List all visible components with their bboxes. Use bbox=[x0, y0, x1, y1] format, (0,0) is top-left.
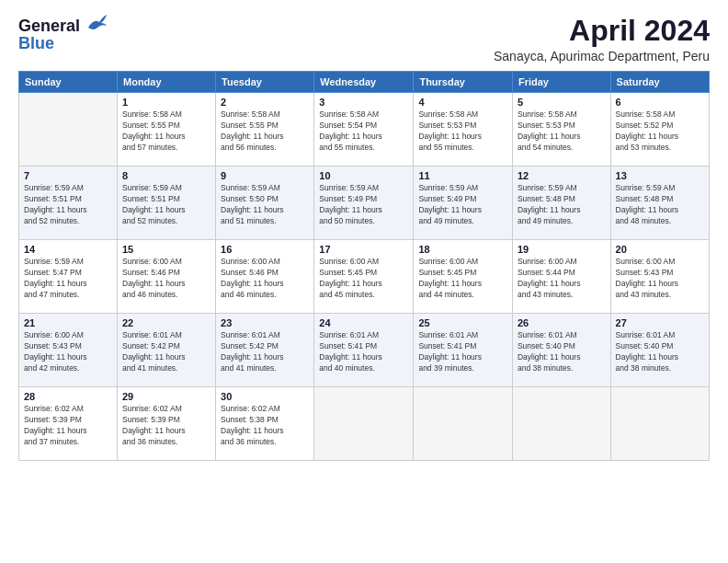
day-number: 7 bbox=[24, 170, 112, 181]
day-info: Sunrise: 5:59 AMSunset: 5:51 PMDaylight:… bbox=[122, 183, 210, 227]
day-info: Sunrise: 6:01 AMSunset: 5:42 PMDaylight:… bbox=[221, 330, 309, 374]
table-row: 3Sunrise: 5:58 AMSunset: 5:54 PMDaylight… bbox=[314, 93, 414, 167]
day-info: Sunrise: 6:00 AMSunset: 5:46 PMDaylight:… bbox=[221, 257, 309, 301]
day-number: 9 bbox=[221, 170, 309, 181]
table-row: 6Sunrise: 5:58 AMSunset: 5:52 PMDaylight… bbox=[610, 93, 709, 167]
calendar-week-row: 1Sunrise: 5:58 AMSunset: 5:55 PMDaylight… bbox=[19, 93, 710, 167]
day-info: Sunrise: 5:58 AMSunset: 5:55 PMDaylight:… bbox=[221, 109, 309, 154]
table-row: 7Sunrise: 5:59 AMSunset: 5:51 PMDaylight… bbox=[19, 167, 118, 240]
day-info: Sunrise: 6:00 AMSunset: 5:44 PMDaylight:… bbox=[518, 257, 606, 301]
day-number: 23 bbox=[221, 317, 309, 328]
calendar-table: Sunday Monday Tuesday Wednesday Thursday… bbox=[18, 71, 710, 461]
day-number: 28 bbox=[24, 391, 112, 402]
day-number: 1 bbox=[122, 97, 210, 108]
day-number: 10 bbox=[319, 170, 408, 181]
title-block: April 2024 Sanayca, Apurimac Department,… bbox=[494, 15, 710, 63]
day-number: 27 bbox=[616, 317, 704, 328]
location-subtitle: Sanayca, Apurimac Department, Peru bbox=[494, 49, 710, 63]
logo-bird-icon bbox=[86, 15, 107, 31]
day-info: Sunrise: 5:59 AMSunset: 5:47 PMDaylight:… bbox=[24, 257, 112, 301]
table-row: 10Sunrise: 5:59 AMSunset: 5:49 PMDayligh… bbox=[314, 167, 414, 240]
table-row: 21Sunrise: 6:00 AMSunset: 5:43 PMDayligh… bbox=[19, 314, 118, 387]
day-info: Sunrise: 5:59 AMSunset: 5:50 PMDaylight:… bbox=[221, 183, 309, 227]
day-number: 21 bbox=[24, 317, 112, 328]
day-info: Sunrise: 6:01 AMSunset: 5:40 PMDaylight:… bbox=[616, 330, 704, 374]
page: General Blue April 2024 Sanayca, Apurima… bbox=[0, 0, 728, 563]
day-info: Sunrise: 5:59 AMSunset: 5:48 PMDaylight:… bbox=[518, 183, 606, 227]
day-info: Sunrise: 6:01 AMSunset: 5:40 PMDaylight:… bbox=[518, 330, 606, 374]
day-number: 5 bbox=[518, 97, 606, 108]
day-number: 24 bbox=[319, 317, 408, 328]
day-number: 15 bbox=[122, 244, 210, 255]
table-row: 8Sunrise: 5:59 AMSunset: 5:51 PMDaylight… bbox=[118, 167, 216, 240]
day-info: Sunrise: 5:59 AMSunset: 5:49 PMDaylight:… bbox=[418, 183, 507, 227]
day-info: Sunrise: 6:00 AMSunset: 5:43 PMDaylight:… bbox=[24, 330, 112, 374]
table-row: 11Sunrise: 5:59 AMSunset: 5:49 PMDayligh… bbox=[414, 167, 513, 240]
month-year-title: April 2024 bbox=[494, 15, 710, 47]
day-info: Sunrise: 5:58 AMSunset: 5:54 PMDaylight:… bbox=[319, 109, 408, 154]
calendar-header-row: Sunday Monday Tuesday Wednesday Thursday… bbox=[19, 72, 710, 93]
day-info: Sunrise: 6:02 AMSunset: 5:39 PMDaylight:… bbox=[122, 404, 210, 448]
header-friday: Friday bbox=[512, 72, 610, 93]
table-row bbox=[512, 387, 610, 461]
day-info: Sunrise: 5:59 AMSunset: 5:49 PMDaylight:… bbox=[319, 183, 408, 227]
table-row: 20Sunrise: 6:00 AMSunset: 5:43 PMDayligh… bbox=[610, 240, 709, 314]
day-info: Sunrise: 6:02 AMSunset: 5:38 PMDaylight:… bbox=[221, 404, 309, 448]
calendar-week-row: 7Sunrise: 5:59 AMSunset: 5:51 PMDaylight… bbox=[19, 167, 710, 240]
day-info: Sunrise: 5:58 AMSunset: 5:53 PMDaylight:… bbox=[418, 109, 507, 154]
day-number: 14 bbox=[24, 244, 112, 255]
calendar-week-row: 28Sunrise: 6:02 AMSunset: 5:39 PMDayligh… bbox=[19, 387, 710, 461]
table-row: 19Sunrise: 6:00 AMSunset: 5:44 PMDayligh… bbox=[512, 240, 610, 314]
day-number: 26 bbox=[518, 317, 606, 328]
header-saturday: Saturday bbox=[610, 72, 709, 93]
day-info: Sunrise: 6:00 AMSunset: 5:46 PMDaylight:… bbox=[122, 257, 210, 301]
logo-blue-text: Blue bbox=[18, 35, 54, 52]
day-info: Sunrise: 5:58 AMSunset: 5:53 PMDaylight:… bbox=[518, 109, 606, 154]
table-row: 18Sunrise: 6:00 AMSunset: 5:45 PMDayligh… bbox=[414, 240, 513, 314]
table-row: 25Sunrise: 6:01 AMSunset: 5:41 PMDayligh… bbox=[414, 314, 513, 387]
day-number: 13 bbox=[616, 170, 704, 181]
table-row: 16Sunrise: 6:00 AMSunset: 5:46 PMDayligh… bbox=[216, 240, 314, 314]
day-info: Sunrise: 6:00 AMSunset: 5:43 PMDaylight:… bbox=[616, 257, 704, 301]
day-number: 18 bbox=[418, 244, 507, 255]
table-row: 4Sunrise: 5:58 AMSunset: 5:53 PMDaylight… bbox=[414, 93, 513, 167]
table-row: 30Sunrise: 6:02 AMSunset: 5:38 PMDayligh… bbox=[216, 387, 314, 461]
table-row: 5Sunrise: 5:58 AMSunset: 5:53 PMDaylight… bbox=[512, 93, 610, 167]
day-number: 30 bbox=[221, 391, 309, 402]
calendar-week-row: 21Sunrise: 6:00 AMSunset: 5:43 PMDayligh… bbox=[19, 314, 710, 387]
day-number: 17 bbox=[319, 244, 408, 255]
table-row: 13Sunrise: 5:59 AMSunset: 5:48 PMDayligh… bbox=[610, 167, 709, 240]
day-number: 20 bbox=[616, 244, 704, 255]
day-number: 22 bbox=[122, 317, 210, 328]
day-info: Sunrise: 6:00 AMSunset: 5:45 PMDaylight:… bbox=[319, 257, 408, 301]
day-number: 25 bbox=[418, 317, 507, 328]
day-info: Sunrise: 5:58 AMSunset: 5:52 PMDaylight:… bbox=[616, 109, 704, 154]
day-number: 2 bbox=[221, 97, 309, 108]
day-number: 4 bbox=[418, 97, 507, 108]
table-row: 29Sunrise: 6:02 AMSunset: 5:39 PMDayligh… bbox=[118, 387, 216, 461]
day-info: Sunrise: 6:01 AMSunset: 5:41 PMDaylight:… bbox=[418, 330, 507, 374]
table-row: 17Sunrise: 6:00 AMSunset: 5:45 PMDayligh… bbox=[314, 240, 414, 314]
table-row: 24Sunrise: 6:01 AMSunset: 5:41 PMDayligh… bbox=[314, 314, 414, 387]
header-monday: Monday bbox=[118, 72, 216, 93]
day-number: 29 bbox=[122, 391, 210, 402]
day-info: Sunrise: 5:58 AMSunset: 5:55 PMDaylight:… bbox=[122, 109, 210, 154]
table-row bbox=[314, 387, 414, 461]
table-row: 28Sunrise: 6:02 AMSunset: 5:39 PMDayligh… bbox=[19, 387, 118, 461]
table-row: 2Sunrise: 5:58 AMSunset: 5:55 PMDaylight… bbox=[216, 93, 314, 167]
table-row: 27Sunrise: 6:01 AMSunset: 5:40 PMDayligh… bbox=[610, 314, 709, 387]
day-number: 16 bbox=[221, 244, 309, 255]
day-number: 11 bbox=[418, 170, 507, 181]
day-info: Sunrise: 6:00 AMSunset: 5:45 PMDaylight:… bbox=[418, 257, 507, 301]
day-info: Sunrise: 6:02 AMSunset: 5:39 PMDaylight:… bbox=[24, 404, 112, 448]
table-row: 1Sunrise: 5:58 AMSunset: 5:55 PMDaylight… bbox=[118, 93, 216, 167]
day-number: 12 bbox=[518, 170, 606, 181]
table-row: 15Sunrise: 6:00 AMSunset: 5:46 PMDayligh… bbox=[118, 240, 216, 314]
day-info: Sunrise: 6:01 AMSunset: 5:42 PMDaylight:… bbox=[122, 330, 210, 374]
calendar-week-row: 14Sunrise: 5:59 AMSunset: 5:47 PMDayligh… bbox=[19, 240, 710, 314]
day-number: 8 bbox=[122, 170, 210, 181]
table-row bbox=[414, 387, 513, 461]
header-thursday: Thursday bbox=[414, 72, 513, 93]
day-number: 6 bbox=[616, 97, 704, 108]
day-info: Sunrise: 5:59 AMSunset: 5:51 PMDaylight:… bbox=[24, 183, 112, 227]
